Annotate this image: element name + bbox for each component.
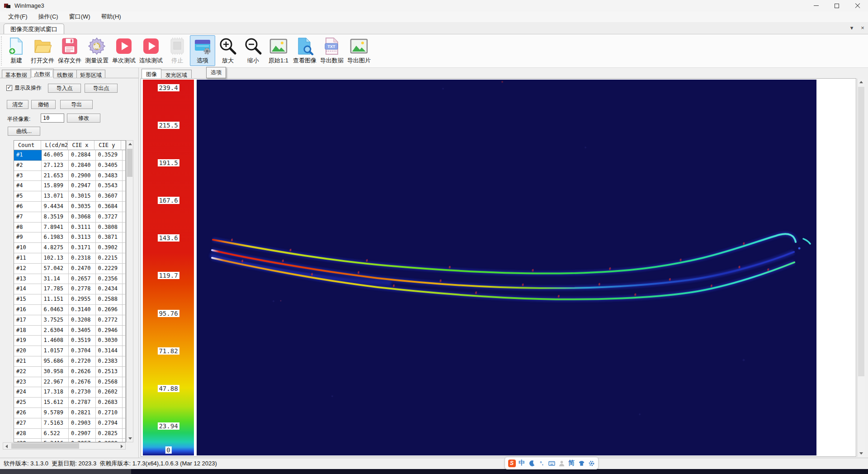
- table-cell[interactable]: 0.3015: [69, 191, 96, 202]
- point-data-table[interactable]: CountL(cd/m2)CIE xCIE y#146.0050.28840.3…: [14, 140, 126, 442]
- maximize-button[interactable]: [826, 0, 847, 11]
- table-row[interactable]: #104.82750.31710.3902: [14, 243, 126, 253]
- scroll-left-icon[interactable]: [5, 445, 8, 448]
- table-row[interactable]: #1331.140.26570.2356: [14, 274, 126, 284]
- table-cell[interactable]: 0.3171: [69, 243, 96, 253]
- luminance-image[interactable]: #######################: [197, 80, 816, 455]
- menu-file[interactable]: 文件(F): [3, 11, 33, 22]
- table-row[interactable]: #415.8990.29470.3543: [14, 181, 126, 191]
- table-cell[interactable]: 0.3483: [96, 171, 123, 181]
- table-cell[interactable]: 0.2955: [69, 294, 96, 305]
- table-cell[interactable]: #24: [14, 387, 42, 398]
- scroll-up-icon[interactable]: [859, 81, 863, 83]
- table-cell[interactable]: 0.3405: [96, 161, 123, 171]
- table-cell[interactable]: 0.2383: [96, 356, 123, 367]
- table-cell[interactable]: #22: [14, 367, 42, 377]
- toolbar-measure-settings-button[interactable]: 测量设置: [83, 35, 110, 66]
- table-cell[interactable]: 0.3140: [69, 305, 96, 315]
- table-cell[interactable]: 0.2470: [69, 264, 96, 274]
- table-cell[interactable]: 0.2568: [96, 377, 123, 388]
- table-row[interactable]: #1257.0420.24700.2229: [14, 264, 126, 274]
- menu-action[interactable]: 操作(C): [33, 11, 64, 22]
- toolbar-options-button[interactable]: 选项: [190, 35, 215, 66]
- table-cell[interactable]: 0.2683: [96, 398, 123, 408]
- table-cell[interactable]: 0.3030: [96, 336, 123, 346]
- table-cell[interactable]: 0.2794: [96, 418, 123, 429]
- table-cell[interactable]: 0.3529: [96, 150, 123, 161]
- table-row[interactable]: #166.04630.31400.2696: [14, 305, 126, 315]
- table-cell[interactable]: 0.2946: [96, 326, 123, 336]
- table-cell[interactable]: #18: [14, 326, 42, 336]
- toolbar-stop-button[interactable]: 停止: [165, 35, 190, 66]
- table-cell[interactable]: 30.958: [42, 367, 69, 377]
- table-cell[interactable]: #14: [14, 284, 42, 294]
- table-cell[interactable]: #3: [14, 171, 42, 181]
- table-cell[interactable]: 0.2229: [96, 264, 123, 274]
- table-cell[interactable]: 6.0463: [42, 305, 69, 315]
- table-cell[interactable]: 0.3902: [96, 243, 123, 253]
- table-cell[interactable]: #6: [14, 202, 42, 212]
- table-cell[interactable]: 0.3808: [96, 223, 123, 233]
- table-cell[interactable]: #23: [14, 377, 42, 388]
- table-cell[interactable]: 0.2513: [96, 367, 123, 377]
- toolbar-save-file-button[interactable]: 保存文件: [56, 35, 83, 66]
- table-cell[interactable]: 0.2957: [69, 439, 96, 442]
- minimize-button[interactable]: [806, 0, 826, 11]
- table-cell[interactable]: 6.1983: [42, 232, 69, 243]
- table-cell[interactable]: 0.2825: [96, 429, 123, 439]
- scroll-thumb[interactable]: [127, 149, 132, 177]
- table-cell[interactable]: 7.5163: [42, 418, 69, 429]
- table-cell[interactable]: #26: [14, 408, 42, 418]
- table-cell[interactable]: 0.3405: [69, 326, 96, 336]
- table-row[interactable]: #191.46080.35190.3030: [14, 336, 126, 346]
- table-cell[interactable]: 27.123: [42, 161, 69, 171]
- table-cell[interactable]: 0.3704: [69, 346, 96, 356]
- sogou-logo-icon[interactable]: S: [508, 460, 516, 467]
- table-row[interactable]: #87.89410.31110.3808: [14, 223, 126, 233]
- table-cell[interactable]: 0.2626: [69, 367, 96, 377]
- table-cell[interactable]: 2.6304: [42, 326, 69, 336]
- table-cell[interactable]: #15: [14, 294, 42, 305]
- table-vertical-scrollbar[interactable]: [126, 140, 133, 442]
- table-cell[interactable]: 8.3519: [42, 212, 69, 223]
- table-cell[interactable]: #7: [14, 212, 42, 223]
- table-row[interactable]: #513.0710.30150.3607: [14, 191, 126, 202]
- table-cell[interactable]: 17.318: [42, 387, 69, 398]
- toolbar-continuous-test-button[interactable]: 连续测试: [137, 35, 165, 66]
- table-cell[interactable]: #28: [14, 429, 42, 439]
- table-cell[interactable]: 0.2434: [96, 284, 123, 294]
- modify-button[interactable]: 修改: [67, 114, 100, 123]
- table-cell[interactable]: #13: [14, 274, 42, 284]
- table-cell[interactable]: 0.3068: [69, 212, 96, 223]
- table-cell[interactable]: #10: [14, 243, 42, 253]
- radius-input[interactable]: [41, 114, 64, 123]
- close-tab-icon[interactable]: ×: [859, 24, 866, 31]
- curve-button[interactable]: 曲线...: [8, 127, 40, 136]
- settings-gear-icon[interactable]: [588, 460, 595, 467]
- table-cell[interactable]: #27: [14, 418, 42, 429]
- table-cell[interactable]: 1.0157: [42, 346, 69, 356]
- table-cell[interactable]: 0.2696: [96, 305, 123, 315]
- table-row[interactable]: #277.51630.29030.2794: [14, 418, 126, 429]
- scroll-thumb[interactable]: [11, 443, 79, 449]
- clear-button[interactable]: 清空: [7, 100, 28, 109]
- export-button[interactable]: 导出: [60, 100, 93, 109]
- chinese-mode-icon[interactable]: 中: [518, 460, 526, 467]
- table-cell[interactable]: 0.2840: [69, 161, 96, 171]
- table-cell[interactable]: #21: [14, 356, 42, 367]
- image-vertical-scrollbar[interactable]: [857, 79, 865, 457]
- table-cell[interactable]: #25: [14, 398, 42, 408]
- table-cell[interactable]: 15.899: [42, 181, 69, 191]
- table-row[interactable]: #1417.7850.27780.2434: [14, 284, 126, 294]
- table-cell[interactable]: 4.8275: [42, 243, 69, 253]
- table-cell[interactable]: 0.2720: [69, 356, 96, 367]
- toolbar-export-image-button[interactable]: 导出图片: [345, 35, 373, 66]
- table-cell[interactable]: 0.2676: [69, 377, 96, 388]
- table-cell[interactable]: 57.042: [42, 264, 69, 274]
- table-cell[interactable]: 15.612: [42, 398, 69, 408]
- table-cell[interactable]: 0.2657: [69, 274, 96, 284]
- table-cell[interactable]: 0.3208: [69, 315, 96, 326]
- table-cell[interactable]: 0.2884: [69, 150, 96, 161]
- panel-tab-2[interactable]: 线数据: [53, 70, 77, 78]
- table-cell[interactable]: #9: [14, 232, 42, 243]
